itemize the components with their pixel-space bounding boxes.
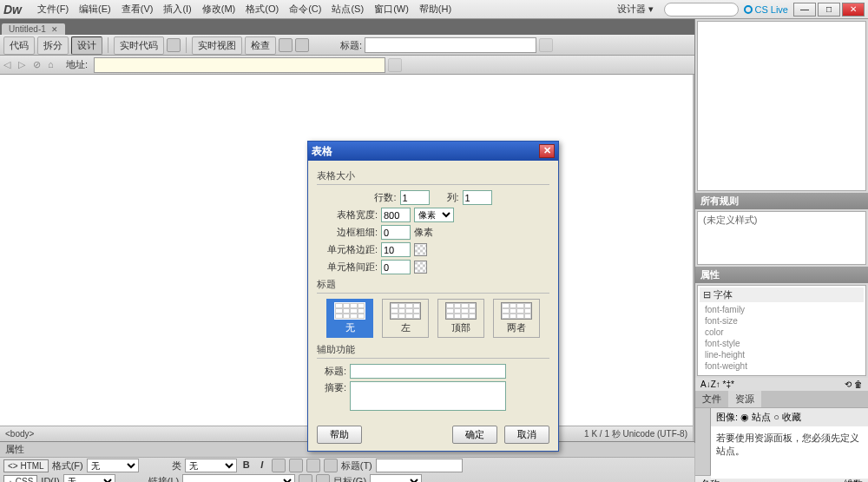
html-mode-button[interactable]: <> HTML bbox=[3, 459, 49, 472]
inspect-button[interactable]: 检查 bbox=[245, 36, 276, 55]
indent-icon[interactable] bbox=[324, 459, 338, 472]
menu-bar: Dw 文件(F) 编辑(E) 查看(V) 插入(I) 修改(M) 格式(O) 命… bbox=[0, 0, 868, 19]
format-select[interactable]: 无 bbox=[87, 459, 139, 472]
document-tab[interactable]: Untitled-1 ✕ bbox=[2, 23, 65, 35]
stop-icon[interactable]: ⊘ bbox=[33, 59, 45, 71]
ul-icon[interactable] bbox=[272, 459, 286, 472]
address-input[interactable] bbox=[94, 57, 385, 73]
code-view-button[interactable]: 代码 bbox=[3, 36, 35, 55]
ol-icon[interactable] bbox=[289, 459, 303, 472]
design-view-button[interactable]: 设计 bbox=[71, 36, 102, 55]
app-logo: Dw bbox=[3, 3, 22, 17]
cslive-link[interactable]: CS Live bbox=[744, 4, 788, 15]
back-icon[interactable]: ◁ bbox=[3, 59, 16, 71]
no-rules-text: (未定义样式) bbox=[703, 215, 757, 225]
browse-icon[interactable] bbox=[316, 474, 330, 482]
class-select[interactable]: 无 bbox=[185, 459, 237, 472]
cslive-icon bbox=[744, 5, 753, 14]
help-button[interactable]: 帮助 bbox=[317, 426, 362, 444]
files-panel-tab[interactable]: 文件 bbox=[695, 391, 728, 407]
site-radio[interactable]: ◉ 站点 bbox=[740, 412, 771, 422]
ok-button[interactable]: 确定 bbox=[452, 426, 497, 444]
liveview-button[interactable]: 实时视图 bbox=[192, 36, 242, 55]
right-panels: 所有规则 (未定义样式) 属性 ⊟ 字体 font-family font-si… bbox=[694, 19, 868, 443]
menu-help[interactable]: 帮助(H) bbox=[414, 3, 457, 16]
menu-site[interactable]: 站点(S) bbox=[326, 3, 369, 16]
panel-options-icon[interactable]: ⟲ 🗑 bbox=[845, 380, 863, 389]
livecode-icon[interactable] bbox=[167, 38, 181, 52]
close-button[interactable]: ✕ bbox=[842, 3, 865, 17]
forward-icon[interactable]: ▷ bbox=[18, 59, 30, 71]
link-select[interactable] bbox=[182, 474, 295, 482]
search-input[interactable] bbox=[664, 3, 739, 17]
outdent-icon[interactable] bbox=[306, 459, 320, 472]
dialog-titlebar[interactable]: 表格 ✕ bbox=[308, 142, 558, 161]
header-both-option[interactable]: 两者 bbox=[493, 299, 540, 338]
menu-format[interactable]: 格式(O) bbox=[240, 3, 284, 16]
browser-icon[interactable] bbox=[279, 38, 293, 52]
tag-selector[interactable]: <body> bbox=[5, 429, 34, 439]
addr-go-icon[interactable] bbox=[388, 58, 402, 72]
cellspace-icon[interactable] bbox=[414, 261, 427, 274]
menu-edit[interactable]: 编辑(E) bbox=[74, 3, 116, 16]
home-icon[interactable]: ⌂ bbox=[48, 59, 60, 71]
menu-file[interactable]: 文件(F) bbox=[32, 3, 74, 16]
summary-textarea[interactable] bbox=[350, 381, 506, 411]
point-to-file-icon[interactable] bbox=[299, 474, 312, 482]
minimize-button[interactable]: — bbox=[793, 3, 816, 17]
css-prop-list: font-family font-size color font-style l… bbox=[700, 302, 864, 373]
assets-message: 若要使用资源面板，您必须先定义站点。 bbox=[711, 426, 868, 479]
cols-input[interactable] bbox=[463, 190, 492, 205]
file-management-icon[interactable] bbox=[539, 38, 553, 52]
border-input[interactable] bbox=[381, 225, 411, 240]
target-select[interactable] bbox=[370, 474, 422, 482]
menu-insert[interactable]: 插入(I) bbox=[158, 3, 196, 16]
page-info: 1 K / 1 秒 Unicode (UTF-8) bbox=[584, 428, 687, 440]
allrules-panel-head[interactable]: 所有规则 bbox=[695, 193, 868, 209]
properties-panel-head[interactable]: 属性 bbox=[695, 267, 868, 283]
header-top-option[interactable]: 顶部 bbox=[437, 299, 484, 338]
address-label: 地址: bbox=[66, 58, 88, 71]
bold-button[interactable]: B bbox=[240, 459, 253, 472]
rows-input[interactable] bbox=[400, 190, 430, 205]
menu-window[interactable]: 窗口(W) bbox=[369, 3, 414, 16]
width-input[interactable] bbox=[381, 208, 411, 222]
close-tab-icon[interactable]: ✕ bbox=[51, 25, 58, 34]
title-label: 标题: bbox=[340, 39, 362, 52]
layout-designer[interactable]: 设计器 ▾ bbox=[612, 3, 659, 16]
menu-commands[interactable]: 命令(C) bbox=[284, 3, 326, 16]
cancel-button[interactable]: 取消 bbox=[504, 426, 549, 444]
title-field[interactable] bbox=[376, 459, 463, 472]
fav-radio[interactable]: ○ 收藏 bbox=[773, 412, 801, 422]
width-unit-select[interactable]: 像素 bbox=[414, 208, 454, 222]
caption-input[interactable] bbox=[350, 364, 506, 379]
livecode-button[interactable]: 实时代码 bbox=[114, 36, 164, 55]
header-left-option[interactable]: 左 bbox=[382, 299, 429, 338]
menu-view[interactable]: 查看(V) bbox=[116, 3, 159, 16]
id-select[interactable]: 无 bbox=[63, 474, 115, 482]
dialog-close-button[interactable]: ✕ bbox=[539, 144, 555, 158]
refresh-icon[interactable] bbox=[295, 38, 309, 52]
cellpad-icon[interactable] bbox=[414, 243, 427, 256]
split-view-button[interactable]: 拆分 bbox=[37, 36, 69, 55]
italic-button[interactable]: I bbox=[256, 459, 268, 472]
cellspace-input[interactable] bbox=[381, 260, 411, 274]
sort-toggle[interactable]: A↓Z↑ *‡* bbox=[700, 380, 734, 389]
assets-panel-tab[interactable]: 资源 bbox=[728, 391, 761, 407]
cellpad-input[interactable] bbox=[381, 242, 411, 257]
css-mode-button[interactable]: ⬨ CSS bbox=[3, 475, 37, 483]
title-input[interactable] bbox=[365, 37, 536, 53]
maximize-button[interactable]: □ bbox=[818, 3, 840, 17]
menu-modify[interactable]: 修改(M) bbox=[197, 3, 241, 16]
table-dialog: 表格 ✕ 表格大小 行数: 列: 表格宽度: 像素 边框粗细: 像素 单元格边距… bbox=[307, 141, 559, 452]
header-none-option[interactable]: 无 bbox=[326, 299, 373, 338]
